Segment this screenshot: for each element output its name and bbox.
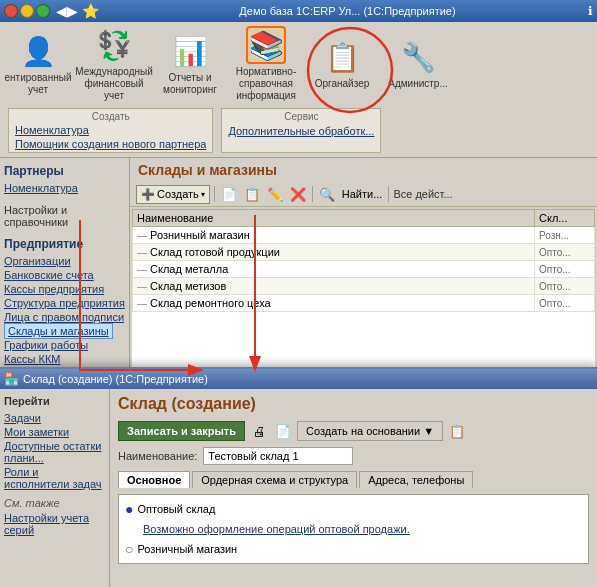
delete-tool-icon[interactable]: ❌ — [288, 184, 308, 204]
ribbon-item-international[interactable]: 💱 Международныйфинансовый учет — [84, 26, 144, 102]
print-icon[interactable]: 🖨 — [249, 421, 269, 441]
notes-link[interactable]: Мои заметки — [4, 425, 105, 439]
sidebar-signatories-link[interactable]: Лица с правом подписи — [4, 310, 125, 324]
save-close-button[interactable]: Записать и закрыть — [118, 421, 245, 441]
toolbar-separator-3 — [388, 186, 389, 202]
tasks-link[interactable]: Задачи — [4, 411, 105, 425]
tab-addresses[interactable]: Адреса, телефоны — [359, 471, 473, 488]
create-group-title: Создать — [15, 111, 206, 122]
accountant-label: ентированныйучет — [5, 72, 72, 96]
warehouse-type-cell: Розн... — [535, 227, 595, 244]
row-indent-icon: — — [137, 230, 147, 241]
create-icon: ➕ — [141, 188, 155, 201]
sidebar-bank-accounts-link[interactable]: Банковские счета — [4, 268, 125, 282]
sidebar-kkm-link[interactable]: Кассы ККМ — [4, 352, 125, 366]
name-field-row: Наименование: — [118, 447, 589, 465]
radio-retail-label: Розничный магазин — [137, 543, 237, 555]
row-indent-icon: — — [137, 281, 147, 292]
radio-wholesale[interactable]: ● Оптовый склад — [125, 501, 582, 517]
info-icon[interactable]: ℹ — [588, 4, 593, 18]
close-button[interactable] — [4, 4, 18, 18]
warehouse-table: Наименование Скл... — Розничный магазин … — [132, 209, 595, 312]
series-settings-link[interactable]: Настройки учета серий — [4, 511, 105, 537]
doc-title: Склады и магазины — [130, 158, 597, 182]
bottom-toolbar: Записать и закрыть 🖨 📄 Создать на основа… — [118, 421, 589, 441]
table-row[interactable]: — Склад ремонтного цеха Опто... — [133, 295, 595, 312]
nsi-icon: 📚 — [246, 26, 286, 64]
new-partner-link[interactable]: Помощник создания нового партнера — [15, 138, 206, 150]
table-row[interactable]: — Склад готовой продукции Опто... — [133, 244, 595, 261]
radio-retail[interactable]: ○ Розничный магазин — [125, 541, 582, 557]
all-actions-button[interactable]: Все дейст... — [393, 188, 452, 200]
ribbon-item-admin[interactable]: 🔧 Администр... — [388, 38, 448, 90]
toolbar-separator-1 — [214, 186, 215, 202]
tab-order-scheme[interactable]: Ордерная схема и структура — [192, 471, 357, 488]
ribbon-item-nsi[interactable]: 📚 Нормативно-справочнаяинформация — [236, 26, 296, 102]
sidebar-cashboxes-link[interactable]: Кассы предприятия — [4, 282, 125, 296]
copy-tool-icon[interactable]: 📄 — [219, 184, 239, 204]
radio-retail-icon: ○ — [125, 541, 133, 557]
admin-icon: 🔧 — [398, 38, 438, 76]
bottom-content: Склад (создание) Записать и закрыть 🖨 📄 … — [110, 389, 597, 587]
name-field-input[interactable] — [203, 447, 353, 465]
radio-wholesale-label: Оптовый склад — [137, 503, 215, 515]
warehouse-type-cell: Опто... — [535, 261, 595, 278]
international-label: Международныйфинансовый учет — [75, 66, 153, 102]
sidebar-nomenclature-link[interactable]: Номенклатура — [4, 181, 125, 195]
bottom-doc-title: Склад (создание) — [118, 395, 589, 413]
more-actions-icon[interactable]: 📋 — [447, 421, 467, 441]
paste-tool-icon[interactable]: 📋 — [242, 184, 262, 204]
warehouse-name-cell: — Склад метизов — [133, 278, 535, 295]
toolbar-separator-2 — [312, 186, 313, 202]
tab-basic[interactable]: Основное — [118, 471, 190, 488]
warehouse-name-cell: — Розничный магазин — [133, 227, 535, 244]
ribbon-item-organizer[interactable]: 📋 Органайзер — [312, 38, 372, 90]
find-tool-icon[interactable]: 🔍 — [317, 184, 337, 204]
dropdown-arrow-icon: ▾ — [201, 190, 205, 199]
table-row[interactable]: — Склад метизов Опто... — [133, 278, 595, 295]
create-group-items: Номенклатура Помощник создания нового па… — [15, 124, 206, 150]
warehouse-name-cell: — Склад готовой продукции — [133, 244, 535, 261]
nomenclature-link[interactable]: Номенклатура — [15, 124, 206, 136]
wholesale-info: Возможно оформление операций оптовой про… — [125, 521, 582, 537]
sidebar-warehouses-link[interactable]: Склады и магазины — [4, 323, 113, 339]
nav-back-icon[interactable]: ◀ — [56, 3, 67, 19]
doc-action-toolbar: ➕ Создать ▾ 📄 📋 ✏️ ❌ 🔍 Найти... Все дейс… — [130, 182, 597, 207]
row-indent-icon: — — [137, 298, 147, 309]
sidebar-schedules-link[interactable]: Графики работы — [4, 338, 125, 352]
nsi-label: Нормативно-справочнаяинформация — [236, 66, 296, 102]
ribbon-item-accountant[interactable]: 👤 ентированныйучет — [8, 32, 68, 96]
minimize-button[interactable] — [20, 4, 34, 18]
table-row[interactable]: — Склад металла Опто... — [133, 261, 595, 278]
accountant-icon: 👤 — [18, 32, 58, 70]
docs-icon[interactable]: 📄 — [273, 421, 293, 441]
wholesale-info-link[interactable]: Возможно оформление операций оптовой про… — [143, 523, 410, 535]
table-row[interactable]: — Розничный магазин Розн... — [133, 227, 595, 244]
sidebar-partners-title[interactable]: Партнеры — [4, 164, 125, 178]
additional-processing-link[interactable]: Дополнительные обработк... — [228, 125, 374, 137]
warehouse-type-cell: Опто... — [535, 295, 595, 312]
create-basis-button[interactable]: Создать на основании ▼ — [297, 421, 443, 441]
warehouse-type-cell: Опто... — [535, 278, 595, 295]
create-button[interactable]: ➕ Создать ▾ — [136, 185, 210, 204]
window-controls[interactable] — [4, 4, 50, 18]
admin-label: Администр... — [388, 78, 448, 90]
roles-link[interactable]: Роли и исполнители задач — [4, 465, 105, 491]
nav-forward-icon[interactable]: ▶ — [67, 3, 78, 19]
col-name-header: Наименование — [133, 210, 535, 227]
create-label: Создать — [157, 188, 199, 200]
bottom-nav-title: Перейти — [4, 395, 105, 407]
ribbon-item-reports[interactable]: 📊 Отчеты имониторинг — [160, 32, 220, 96]
bottom-window-title: Склад (создание) (1С:Предприятие) — [23, 373, 208, 385]
edit-tool-icon[interactable]: ✏️ — [265, 184, 285, 204]
warehouse-name-cell: — Склад металла — [133, 261, 535, 278]
sidebar-structure-link[interactable]: Структура предприятия — [4, 296, 125, 310]
ribbon-icon-row: 👤 ентированныйучет 💱 Международныйфинанс… — [0, 22, 597, 106]
international-icon: 💱 — [94, 26, 134, 64]
available-balances-link[interactable]: Доступные остатки плани... — [4, 439, 105, 465]
bottom-title-bar: 🏪 Склад (создание) (1С:Предприятие) — [0, 369, 597, 389]
service-group-title: Сервис — [228, 111, 374, 122]
sidebar-organizations-link[interactable]: Организации — [4, 254, 125, 268]
maximize-button[interactable] — [36, 4, 50, 18]
home-icon[interactable]: ⭐ — [82, 3, 99, 19]
